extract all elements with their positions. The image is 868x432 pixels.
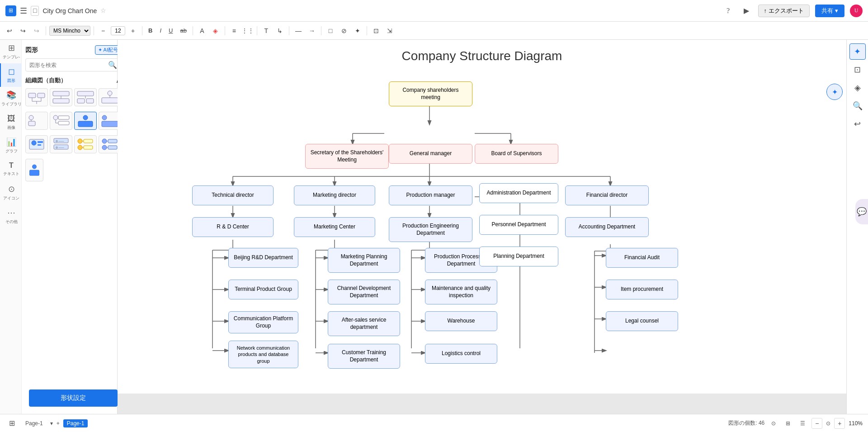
- sidebar-tab-library[interactable]: 📚 ライブラリ: [0, 87, 22, 110]
- shape-item-2[interactable]: [50, 88, 72, 106]
- node-legal-counsel[interactable]: Legal counsel: [606, 311, 678, 331]
- sidebar-tab-graph[interactable]: 📊 グラフ: [0, 134, 22, 157]
- node-marketing-director[interactable]: Marketing director: [294, 185, 375, 205]
- italic-button[interactable]: I: [157, 26, 164, 35]
- line-start-button[interactable]: —: [292, 25, 304, 37]
- shape-item-11[interactable]: [74, 135, 97, 153]
- node-production-manager[interactable]: Production manager: [389, 185, 472, 205]
- node-financial-audit[interactable]: Financial Audit: [606, 248, 678, 268]
- connector-button[interactable]: ↳: [274, 25, 286, 37]
- sidebar-tab-text[interactable]: T テキスト: [0, 157, 22, 181]
- font-selector[interactable]: MS Mincho: [49, 26, 90, 36]
- more-button[interactable]: ✦: [352, 25, 363, 37]
- sidebar-tab-icon[interactable]: ⊙ アイコン: [0, 181, 22, 204]
- redo2-button[interactable]: ↪: [31, 25, 42, 37]
- redo-button[interactable]: ↪: [17, 25, 29, 37]
- snap-icon[interactable]: ⊙: [768, 418, 779, 429]
- node-financial-director[interactable]: Financial director: [565, 185, 649, 205]
- text-icon: T: [9, 161, 14, 170]
- node-personnel[interactable]: Personnel Department: [479, 215, 558, 235]
- grid-icon[interactable]: ⊞: [783, 418, 793, 429]
- text-button[interactable]: T: [260, 25, 272, 37]
- shape-button[interactable]: □: [325, 25, 336, 37]
- arrange-button[interactable]: ⊡: [370, 25, 382, 37]
- zoom-plus-button[interactable]: +: [834, 418, 845, 429]
- expand-button[interactable]: ⇲: [384, 25, 396, 37]
- shape-item-6[interactable]: [50, 112, 72, 130]
- shape-settings-button[interactable]: 形状設定: [29, 389, 118, 407]
- right-panel-layers[interactable]: ⊡: [849, 62, 866, 78]
- line-end-button[interactable]: →: [306, 25, 318, 37]
- align-left-button[interactable]: ≡: [228, 25, 240, 37]
- library-icon: 📚: [6, 90, 16, 100]
- undo-button[interactable]: ↩: [4, 25, 15, 37]
- font-color-button[interactable]: A: [196, 25, 208, 37]
- node-customer-training[interactable]: Customer Training Department: [328, 344, 400, 369]
- node-item-procurement[interactable]: Item procurement: [606, 280, 678, 299]
- canvas-content[interactable]: Company Structure Diagram: [118, 40, 846, 414]
- underline-button[interactable]: U: [166, 26, 175, 35]
- node-marketing-planning[interactable]: Marketing Planning Department: [328, 248, 400, 273]
- svg-rect-46: [108, 146, 117, 149]
- node-aftersales[interactable]: After-sales service department: [328, 311, 400, 336]
- shape-item-9[interactable]: [25, 135, 48, 153]
- node-technical-director[interactable]: Technical director: [192, 185, 274, 205]
- shape-item-1[interactable]: [25, 88, 48, 106]
- page-tab-active[interactable]: Page-1: [63, 419, 88, 427]
- bold-button[interactable]: B: [146, 26, 155, 35]
- node-network-comm[interactable]: Network communication products and datab…: [228, 341, 298, 368]
- play-icon[interactable]: ▶: [740, 5, 753, 17]
- shape-item-10[interactable]: ⊙ —— ⊙ ——: [50, 135, 72, 153]
- page-grid-icon[interactable]: ⊞: [5, 417, 18, 430]
- sidebar-tab-image[interactable]: 🖼 画像: [0, 110, 22, 134]
- node-channel-dev[interactable]: Channel Development Department: [328, 280, 400, 304]
- sidebar-tab-shapes[interactable]: ◻ 図形: [0, 63, 22, 87]
- strikethrough-button[interactable]: ab: [177, 26, 189, 35]
- node-accounting[interactable]: Accounting Department: [565, 217, 649, 237]
- search-input[interactable]: [29, 62, 106, 68]
- node-shareholders[interactable]: Company shareholders meeting: [389, 81, 472, 106]
- node-logistics[interactable]: Logistics control: [425, 344, 497, 364]
- menu-icon[interactable]: ☰: [20, 6, 27, 16]
- font-size-increase[interactable]: +: [127, 25, 139, 37]
- align-center-button[interactable]: ⋮⋮: [242, 25, 254, 37]
- lock-button[interactable]: ⊘: [338, 25, 350, 37]
- node-production-engineering[interactable]: Production Engineering Department: [389, 217, 472, 242]
- sidebar-tab-other[interactable]: ⋯ その他: [0, 204, 22, 228]
- export-button[interactable]: ↑ エクスポート: [758, 5, 810, 17]
- sidebar-panel: 図形 ✦ AI配号 🔍 組織図（自動） ∧: [22, 40, 125, 414]
- shape-item-7[interactable]: [74, 112, 97, 130]
- shape-item-5[interactable]: [25, 112, 48, 130]
- star-icon[interactable]: ☆: [100, 7, 106, 14]
- add-page-icon[interactable]: +: [57, 420, 60, 427]
- font-size-decrease[interactable]: −: [97, 25, 109, 37]
- shape-item-3[interactable]: [74, 88, 97, 106]
- node-administration[interactable]: Administration Department: [479, 183, 558, 203]
- shape-item-13[interactable]: [25, 159, 43, 181]
- sidebar-tab-template[interactable]: ⊞ テンプレ-: [0, 40, 22, 63]
- node-marketing-center[interactable]: Marketing Center: [294, 217, 375, 237]
- node-maintenance[interactable]: Maintenance and quality inspection: [425, 280, 497, 304]
- svg-point-16: [29, 115, 33, 120]
- node-comm-platform[interactable]: Communication Platform Group: [228, 311, 298, 333]
- font-size-input[interactable]: [111, 26, 125, 35]
- node-terminal-product[interactable]: Terminal Product Group: [228, 280, 298, 299]
- right-panel-style[interactable]: ◈: [849, 80, 866, 96]
- magic-button[interactable]: ✦: [826, 84, 843, 100]
- node-planning[interactable]: Planning Department: [479, 247, 558, 266]
- page-chevron-icon[interactable]: ▾: [50, 420, 53, 427]
- node-board[interactable]: Board of Supervisors: [475, 144, 558, 164]
- right-panel-search[interactable]: 🔍: [849, 98, 866, 114]
- help-icon[interactable]: ?: [722, 5, 735, 17]
- node-warehouse[interactable]: Warehouse: [425, 311, 497, 331]
- right-panel-magic[interactable]: ✦: [849, 43, 866, 60]
- right-panel-history[interactable]: ↩: [849, 116, 866, 132]
- node-beijing-rd[interactable]: Beijing R&D Department: [228, 248, 298, 268]
- node-secretary[interactable]: Secretary of the Shareholders' Meeting: [305, 144, 389, 169]
- share-button[interactable]: 共有 ▾: [815, 5, 844, 17]
- fill-color-button[interactable]: ◈: [210, 25, 222, 37]
- zoom-minus-button[interactable]: −: [811, 418, 822, 429]
- node-rd-center[interactable]: R & D Center: [192, 217, 274, 237]
- node-general-manager[interactable]: General manager: [389, 144, 472, 164]
- layout-icon[interactable]: ☰: [797, 418, 808, 429]
